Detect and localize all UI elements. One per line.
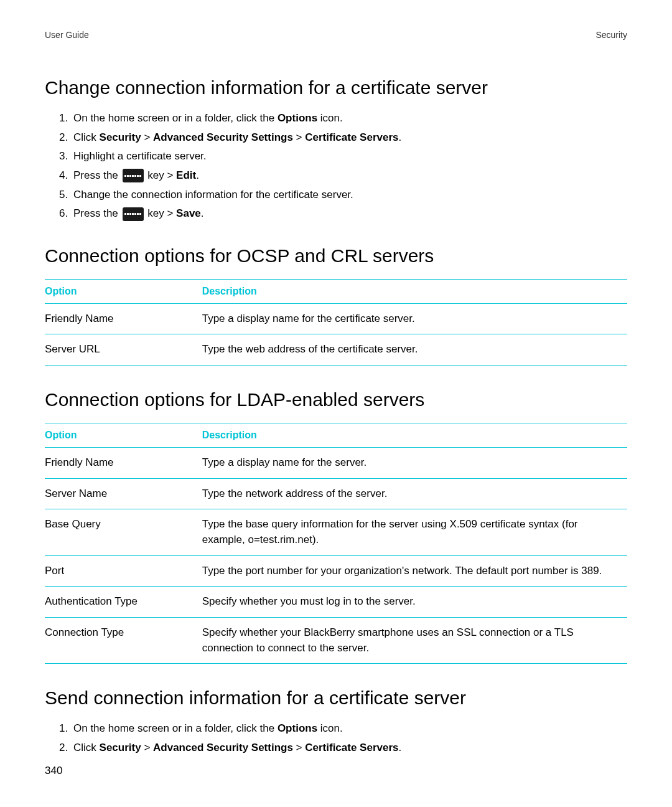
cell-option: Friendly Name (45, 303, 202, 334)
bold: Advanced Security Settings (153, 742, 293, 753)
text: > (141, 131, 153, 143)
text: On the home screen or in a folder, click… (73, 722, 278, 734)
table-ocsp: Option Description Friendly NameType a d… (45, 279, 627, 366)
step: On the home screen or in a folder, click… (71, 111, 627, 126)
table-ldap: Option Description Friendly NameType a d… (45, 423, 627, 664)
step: Press the key > Edit. (71, 168, 627, 184)
text: > (141, 742, 153, 753)
text: . (399, 131, 402, 143)
bold: Save (176, 207, 201, 219)
bold: Certificate Servers (305, 131, 398, 143)
bold: Security (100, 131, 141, 143)
col-description: Description (202, 423, 627, 448)
table-row: Base QueryType the base query informatio… (45, 509, 627, 555)
bold: Certificate Servers (305, 742, 398, 753)
step: Change the connection information for th… (71, 187, 627, 203)
cell-option: Server Name (45, 478, 202, 509)
text: key > (145, 169, 177, 181)
cell-description: Specify whether your BlackBerry smartpho… (202, 617, 627, 663)
text: . (196, 169, 199, 181)
header-left: User Guide (45, 30, 89, 40)
page-number: 340 (45, 765, 62, 777)
cell-description: Type the base query information for the … (202, 509, 627, 555)
header-right: Security (595, 30, 627, 40)
heading-ldap: Connection options for LDAP-enabled serv… (45, 389, 627, 410)
table-row: Server URLType the web address of the ce… (45, 334, 627, 366)
cell-option: Server URL (45, 334, 202, 366)
heading-change: Change connection information for a cert… (45, 77, 627, 98)
cell-description: Type the port number for your organizati… (202, 555, 627, 587)
text: . (201, 207, 204, 219)
bold: Options (278, 722, 317, 734)
bold: Advanced Security Settings (153, 131, 293, 143)
tbody-ldap: Friendly NameType a display name for the… (45, 448, 627, 664)
col-option: Option (45, 423, 202, 448)
cell-description: Specify whether you must log in to the s… (202, 587, 627, 618)
bold: Edit (176, 169, 196, 181)
step: On the home screen or in a folder, click… (71, 721, 627, 737)
text: Press the (73, 169, 121, 181)
step: Highlight a certificate server. (71, 149, 627, 164)
table-row: Friendly NameType a display name for the… (45, 303, 627, 334)
cell-option: Base Query (45, 509, 202, 555)
text: > (293, 131, 305, 143)
bold: Security (100, 742, 141, 753)
cell-option: Port (45, 555, 202, 587)
cell-description: Type the network address of the server. (202, 478, 627, 509)
cell-option: Friendly Name (45, 448, 202, 479)
heading-send: Send connection information for a certif… (45, 687, 627, 709)
text: . (399, 742, 402, 753)
table-row: PortType the port number for your organi… (45, 555, 627, 587)
table-row: Connection TypeSpecify whether your Blac… (45, 617, 627, 663)
step: Click Security > Advanced Security Setti… (71, 740, 627, 756)
cell-description: Type a display name for the certificate … (202, 303, 627, 334)
menu-key-icon (123, 207, 144, 221)
bold: Options (278, 112, 317, 124)
text: > (293, 742, 305, 753)
table-row: Server NameType the network address of t… (45, 478, 627, 509)
table-row: Friendly NameType a display name for the… (45, 448, 627, 479)
steps-change: On the home screen or in a folder, click… (45, 111, 627, 222)
cell-description: Type the web address of the certificate … (202, 334, 627, 366)
table-row: Authentication TypeSpecify whether you m… (45, 587, 627, 618)
cell-option: Connection Type (45, 617, 202, 663)
step: Press the key > Save. (71, 206, 627, 222)
text: icon. (317, 722, 343, 734)
heading-ocsp: Connection options for OCSP and CRL serv… (45, 245, 627, 267)
cell-description: Type a display name for the server. (202, 448, 627, 479)
steps-send: On the home screen or in a folder, click… (45, 721, 627, 755)
text: icon. (317, 112, 343, 124)
page: User Guide Security Change connection in… (0, 0, 672, 807)
tbody-ocsp: Friendly NameType a display name for the… (45, 303, 627, 365)
text: On the home screen or in a folder, click… (73, 112, 278, 124)
col-option: Option (45, 279, 202, 303)
text: key > (145, 207, 177, 219)
text: Click (73, 742, 100, 753)
text: Press the (73, 207, 121, 219)
running-header: User Guide Security (45, 30, 627, 40)
col-description: Description (202, 279, 627, 303)
step: Click Security > Advanced Security Setti… (71, 130, 627, 146)
cell-option: Authentication Type (45, 587, 202, 618)
text: Click (73, 131, 100, 143)
menu-key-icon (123, 169, 144, 182)
